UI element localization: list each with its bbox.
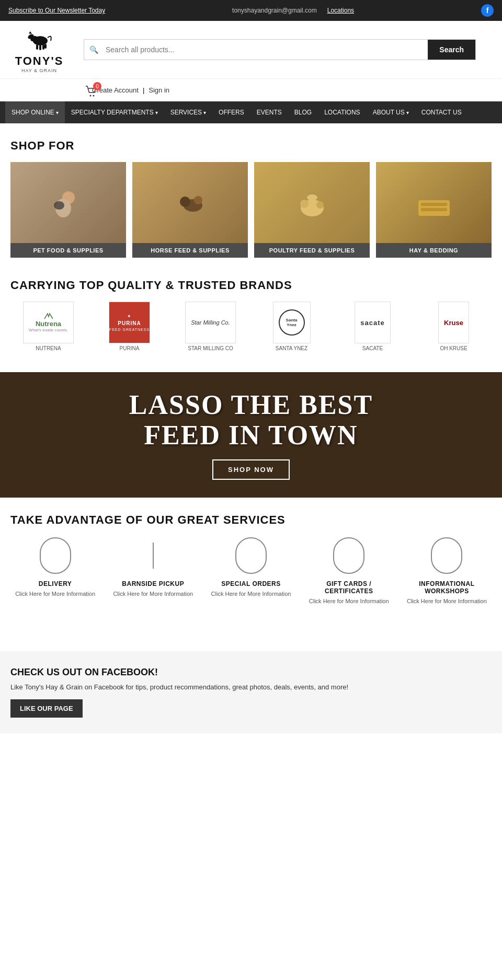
header: TONY'S HAY & GRAIN 🔍 Search xyxy=(0,21,502,79)
logo-horse-icon xyxy=(24,26,55,54)
locations-link[interactable]: Locations xyxy=(327,7,354,14)
search-box: 🔍 Search xyxy=(84,39,476,60)
delivery-icon xyxy=(40,537,71,574)
svg-rect-3 xyxy=(39,45,41,50)
banner-content: LASSO THE BEST FEED IN TOWN SHOP NOW xyxy=(129,390,373,479)
account-row: 0 Create Account | Sign in xyxy=(0,79,502,101)
santa-ynez-badge: SantaYnez xyxy=(279,309,305,336)
search-input[interactable] xyxy=(104,40,428,59)
shop-for-section: SHOP FOR PET FOOD & SUPPLIES xyxy=(0,123,502,273)
service-special-orders-title: SPECIAL ORDERS xyxy=(221,580,280,587)
svg-rect-4 xyxy=(42,44,44,50)
svg-point-17 xyxy=(300,200,309,208)
services-title: TAKE ADVANTAGE OF OUR GREAT SERVICES xyxy=(10,513,492,527)
brand-sacate[interactable]: sacate SACATE xyxy=(335,302,410,351)
service-gift-cards-title: GIFT CARDS / CERTIFICATES xyxy=(304,580,394,595)
svg-rect-22 xyxy=(421,208,447,211)
nutrena-sub: What's inside counts. xyxy=(29,328,68,332)
brand-santa-ynez-label: SANTA YNEZ xyxy=(276,345,307,351)
brand-nutrena[interactable]: Nutrena What's inside counts. NUTRENA xyxy=(10,302,86,351)
service-special-orders[interactable]: SPECIAL ORDERS Click Here for More Infor… xyxy=(206,537,295,604)
shop-card-poultry[interactable]: POULTRY FEED & SUPPLIES xyxy=(254,162,370,258)
newsletter-link[interactable]: Subscribe to Our Newsletter Today xyxy=(8,7,105,14)
nav-specialty-departments[interactable]: SPECIALTY DEPARTMENTS ▾ xyxy=(65,101,164,123)
brand-purina-label: PURINA xyxy=(120,345,140,351)
search-icon: 🔍 xyxy=(84,40,104,59)
star-milling-text: Star Milling Co. xyxy=(191,319,230,326)
chevron-down-icon: ▾ xyxy=(56,110,59,116)
gift-cards-icon xyxy=(333,537,364,574)
svg-point-8 xyxy=(90,95,92,97)
nav-shop-online[interactable]: SHOP ONLINE ▾ xyxy=(5,101,65,123)
spacer xyxy=(0,620,502,651)
facebook-section: CHECK US OUT ON FACEBOOK! Like Tony's Ha… xyxy=(0,651,502,733)
brand-purina[interactable]: ✦ PURINA FEED GREATNESS PURINA xyxy=(92,302,167,351)
email-text: tonyshayandgrain@gmail.com xyxy=(232,7,317,14)
chevron-down-icon: ▾ xyxy=(406,110,409,116)
brand-star-milling-label: STAR MILLING CO xyxy=(188,345,233,351)
brand-star-milling[interactable]: Star Milling Co. STAR MILLING CO xyxy=(173,302,248,351)
facebook-description: Like Tony's Hay & Grain on Facebook for … xyxy=(10,683,492,691)
kruse-text: Kruse xyxy=(444,319,463,327)
svg-point-15 xyxy=(194,196,202,204)
shop-card-hay-label: HAY & BEDDING xyxy=(376,243,492,258)
shop-card-horse-label: HORSE FEED & SUPPLIES xyxy=(132,243,248,258)
shop-card-poultry-label: POULTRY FEED & SUPPLIES xyxy=(254,243,370,258)
facebook-title: CHECK US OUT ON FACEBOOK! xyxy=(10,667,492,678)
service-delivery[interactable]: DELIVERY Click Here for More Information xyxy=(10,537,100,604)
service-workshops-link[interactable]: Click Here for More Information xyxy=(407,598,487,604)
banner-shop-now-button[interactable]: SHOP NOW xyxy=(212,459,290,480)
service-gift-cards-link[interactable]: Click Here for More Information xyxy=(309,598,389,604)
sacate-text: sacate xyxy=(360,319,384,327)
sign-in-link[interactable]: Sign in xyxy=(149,86,169,94)
search-area: 🔍 Search xyxy=(84,39,476,60)
shop-card-horse[interactable]: HORSE FEED & SUPPLIES xyxy=(132,162,248,258)
svg-point-18 xyxy=(316,201,324,209)
svg-rect-5 xyxy=(44,44,47,49)
nav-events[interactable]: EVENTS xyxy=(250,101,288,123)
search-button[interactable]: Search xyxy=(428,40,475,60)
shop-card-hay[interactable]: HAY & BEDDING xyxy=(376,162,492,258)
service-delivery-title: DELIVERY xyxy=(39,580,72,587)
service-barnside-title: BARNSIDE PICKUP xyxy=(122,580,184,587)
nav-contact-us[interactable]: CONTACT US xyxy=(415,101,468,123)
facebook-icon[interactable]: f xyxy=(481,4,494,17)
banner-line1: LASSO THE BEST FEED IN TOWN xyxy=(129,390,373,449)
logo-subtitle: HAY & GRAIN xyxy=(21,68,57,73)
shop-card-pet[interactable]: PET FOOD & SUPPLIES xyxy=(10,162,126,258)
main-nav: SHOP ONLINE ▾ SPECIALTY DEPARTMENTS ▾ SE… xyxy=(0,101,502,123)
promo-banner: LASSO THE BEST FEED IN TOWN SHOP NOW xyxy=(0,372,502,498)
brand-santa-ynez[interactable]: SantaYnez SANTA YNEZ xyxy=(254,302,329,351)
service-workshops-title: INFORMATIONAL WORKSHOPS xyxy=(402,580,492,595)
svg-point-19 xyxy=(307,194,317,201)
nav-locations[interactable]: LOCATIONS xyxy=(318,101,366,123)
brand-kruse-label: OH KRUSE xyxy=(440,345,467,351)
nav-offers[interactable]: OFFERS xyxy=(212,101,250,123)
services-grid: DELIVERY Click Here for More Information… xyxy=(10,537,492,604)
special-orders-icon xyxy=(235,537,267,574)
service-workshops[interactable]: INFORMATIONAL WORKSHOPS Click Here for M… xyxy=(402,537,492,604)
svg-marker-7 xyxy=(29,31,32,34)
nav-blog[interactable]: BLOG xyxy=(288,101,318,123)
cart-count: 0 xyxy=(93,82,101,90)
logo[interactable]: TONY'S HAY & GRAIN xyxy=(10,26,68,73)
nav-services[interactable]: SERVICES ▾ xyxy=(164,101,212,123)
service-delivery-link[interactable]: Click Here for More Information xyxy=(15,591,95,597)
like-our-page-button[interactable]: LIKE OUR PAGE xyxy=(10,699,83,718)
service-barnside-link[interactable]: Click Here for More Information xyxy=(113,591,193,597)
services-section: TAKE ADVANTAGE OF OUR GREAT SERVICES DEL… xyxy=(0,498,502,620)
top-bar-center: tonyshayandgrain@gmail.com Locations xyxy=(232,7,354,14)
cart-icon[interactable]: 0 xyxy=(84,84,98,100)
svg-rect-2 xyxy=(36,44,38,50)
workshops-icon xyxy=(431,537,462,574)
brands-title: CARRYING TOP QUALITY & TRUSTED BRANDS xyxy=(10,279,492,292)
brand-sacate-label: SACATE xyxy=(362,345,383,351)
top-bar: Subscribe to Our Newsletter Today tonysh… xyxy=(0,0,502,21)
service-special-orders-link[interactable]: Click Here for More Information xyxy=(211,591,291,597)
brand-kruse[interactable]: Kruse OH KRUSE xyxy=(416,302,492,351)
service-gift-cards[interactable]: GIFT CARDS / CERTIFICATES Click Here for… xyxy=(304,537,394,604)
nav-about-us[interactable]: ABOUT US ▾ xyxy=(367,101,415,123)
barnside-icon xyxy=(138,537,169,574)
svg-point-9 xyxy=(93,95,95,97)
service-barnside[interactable]: BARNSIDE PICKUP Click Here for More Info… xyxy=(108,537,198,604)
